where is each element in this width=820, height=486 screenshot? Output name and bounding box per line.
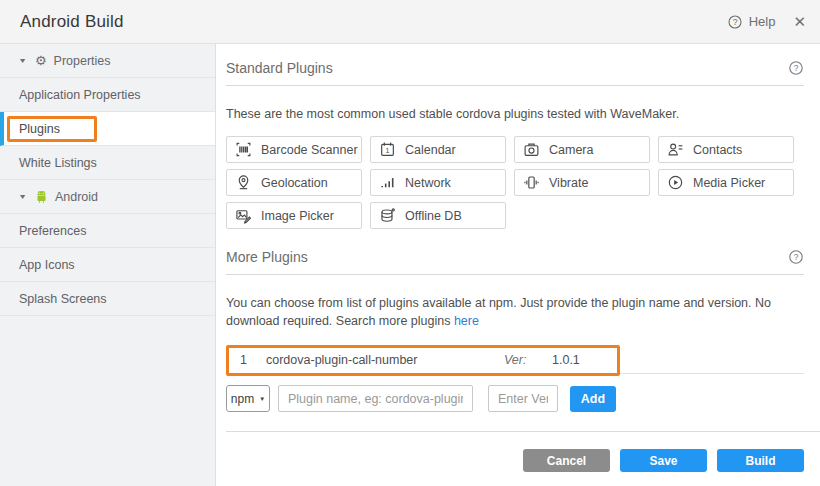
- more-plugins-section: More Plugins ? You can choose from list …: [226, 229, 804, 412]
- sidebar-item-app-icons[interactable]: App Icons: [0, 248, 215, 282]
- sidebar-item-label: White Listings: [19, 156, 97, 170]
- section-divider: [226, 85, 804, 86]
- plugin-source-select[interactable]: npm ▼: [226, 385, 270, 412]
- camera-icon: [523, 141, 540, 158]
- vibrate-icon: [523, 174, 540, 191]
- svg-text:1: 1: [386, 147, 390, 154]
- dialog-title: Android Build: [20, 12, 124, 32]
- media-picker-icon: [667, 174, 684, 191]
- geolocation-icon: [235, 174, 252, 191]
- sidebar-item-splash-screens[interactable]: Splash Screens: [0, 282, 215, 316]
- sidebar-item-white-listings[interactable]: White Listings: [0, 146, 215, 180]
- chevron-down-icon: ▼: [18, 57, 27, 64]
- sidebar-item-plugins[interactable]: Plugins: [0, 112, 215, 146]
- more-plugins-description: You can choose from list of plugins avai…: [226, 294, 804, 330]
- plugin-table-row[interactable]: 1 cordova-plugin-call-number Ver: 1.0.1: [226, 347, 804, 374]
- contacts-icon: [667, 141, 684, 158]
- plugin-row-index: 1: [226, 353, 266, 367]
- android-build-dialog: Android Build ? Help ✕ ▼ ⚙ Properties Ap…: [0, 0, 820, 486]
- save-button[interactable]: Save: [620, 449, 707, 472]
- help-button[interactable]: ? Help: [727, 14, 776, 30]
- section-divider: [226, 274, 804, 275]
- standard-plugins-help-icon[interactable]: ?: [788, 60, 804, 76]
- sidebar-item-preferences[interactable]: Preferences: [0, 214, 215, 248]
- sidebar-group-properties[interactable]: ▼ ⚙ Properties: [0, 44, 215, 78]
- sidebar-item-application-properties[interactable]: Application Properties: [0, 78, 215, 112]
- network-icon: [379, 174, 396, 191]
- plugin-button-image-picker[interactable]: Image Picker: [226, 202, 362, 229]
- chevron-down-icon: ▼: [259, 396, 265, 402]
- help-label: Help: [749, 14, 776, 29]
- plugin-button-label: Geolocation: [261, 176, 328, 190]
- dialog-footer: Cancel Save Build: [226, 431, 804, 486]
- sidebar-item-label: Preferences: [19, 224, 86, 238]
- calendar-icon: 1: [379, 141, 396, 158]
- plugin-button-label: Image Picker: [261, 209, 334, 223]
- add-plugin-form: npm ▼ Add: [226, 385, 804, 412]
- plugin-button-calendar[interactable]: 1 Calendar: [370, 136, 506, 163]
- main-panel: Standard Plugins ? These are the most co…: [216, 44, 820, 486]
- plugin-name-input[interactable]: [278, 385, 473, 412]
- annotation-highlight-plugins: Plugins: [7, 116, 97, 142]
- plugin-row-name: cordova-plugin-call-number: [266, 353, 504, 367]
- plugin-button-network[interactable]: Network: [370, 169, 506, 196]
- plugin-button-label: Offline DB: [405, 209, 462, 223]
- plugin-button-label: Camera: [549, 143, 593, 157]
- more-plugins-help-icon[interactable]: ?: [788, 249, 804, 265]
- dialog-header: Android Build ? Help ✕: [0, 0, 820, 44]
- standard-plugins-section: Standard Plugins ? These are the most co…: [226, 60, 804, 229]
- cancel-button[interactable]: Cancel: [523, 449, 610, 472]
- plugin-button-geolocation[interactable]: Geolocation: [226, 169, 362, 196]
- offline-db-icon: [379, 207, 396, 224]
- barcode-icon: [235, 141, 252, 158]
- sidebar: ▼ ⚙ Properties Application Properties Pl…: [0, 44, 216, 486]
- standard-plugins-title: Standard Plugins: [226, 60, 333, 76]
- sidebar-item-label: Plugins: [19, 122, 60, 136]
- chevron-down-icon: ▼: [18, 193, 27, 200]
- plugin-button-label: Network: [405, 176, 451, 190]
- standard-plugins-description: These are the most common used stable co…: [226, 105, 804, 123]
- plugin-button-media-picker[interactable]: Media Picker: [658, 169, 794, 196]
- sidebar-item-label: Application Properties: [19, 88, 141, 102]
- plugin-button-vibrate[interactable]: Vibrate: [514, 169, 650, 196]
- standard-plugins-grid: Barcode Scanner 1 Calendar Camera Contac…: [226, 136, 804, 229]
- add-plugin-button[interactable]: Add: [570, 386, 616, 412]
- plugin-row-version: 1.0.1: [552, 353, 612, 367]
- sidebar-item-label: App Icons: [19, 258, 75, 272]
- more-plugins-title: More Plugins: [226, 249, 308, 265]
- plugin-button-contacts[interactable]: Contacts: [658, 136, 794, 163]
- gear-icon: ⚙: [35, 54, 47, 67]
- plugin-row-version-label: Ver:: [504, 353, 552, 367]
- plugin-button-offline-db[interactable]: Offline DB: [370, 202, 506, 229]
- plugin-button-barcode-scanner[interactable]: Barcode Scanner: [226, 136, 362, 163]
- close-icon[interactable]: ✕: [793, 14, 806, 29]
- svg-text:?: ?: [794, 63, 799, 73]
- plugin-button-label: Vibrate: [549, 176, 588, 190]
- plugin-button-label: Contacts: [693, 143, 742, 157]
- svg-text:?: ?: [794, 252, 799, 262]
- sidebar-item-label: Splash Screens: [19, 292, 107, 306]
- sidebar-item-label: Android: [55, 190, 98, 204]
- plugin-version-input[interactable]: [488, 385, 558, 412]
- more-plugins-description-text: You can choose from list of plugins avai…: [226, 296, 771, 328]
- sidebar-group-android[interactable]: ▼ Android: [0, 180, 215, 214]
- plugin-button-label: Media Picker: [693, 176, 765, 190]
- npm-search-link[interactable]: here: [454, 314, 479, 328]
- help-circle-icon: ?: [727, 14, 743, 30]
- plugin-source-value: npm: [231, 392, 254, 406]
- plugin-button-label: Barcode Scanner: [261, 143, 358, 157]
- image-picker-icon: [235, 207, 252, 224]
- sidebar-item-label: Properties: [54, 54, 111, 68]
- build-button[interactable]: Build: [717, 449, 804, 472]
- plugin-button-camera[interactable]: Camera: [514, 136, 650, 163]
- svg-text:?: ?: [732, 17, 737, 27]
- plugin-button-label: Calendar: [405, 143, 456, 157]
- android-icon: [35, 190, 48, 204]
